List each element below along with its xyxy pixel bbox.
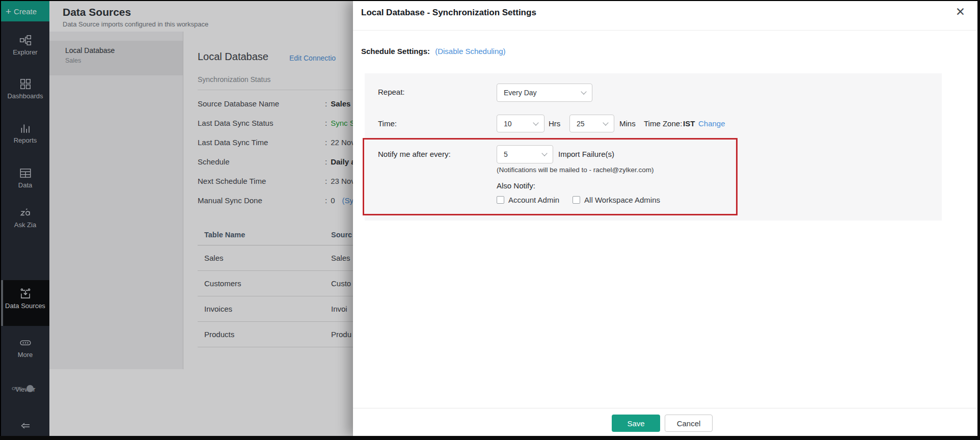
timezone-label: Time Zone: [644,115,682,132]
repeat-label: Repeat: [378,88,405,96]
time-label: Time: [378,119,397,128]
minutes-select[interactable]: 25 [569,115,614,132]
schedule-settings-label: Schedule Settings: [361,47,430,56]
failure-count-value: 5 [504,150,508,158]
disable-scheduling-link[interactable]: (Disable Scheduling) [435,47,505,56]
workspace-admins-checkbox[interactable] [573,196,580,204]
notification-note: (Notifications will be mailed to - rache… [497,166,654,174]
minutes-select-value: 25 [577,120,585,128]
close-icon[interactable]: ✕ [956,5,965,19]
timezone-value: IST [683,115,695,132]
app-window: + Create Explorer Dashboards [0,0,980,440]
save-button[interactable]: Save [612,415,660,432]
failure-count-select[interactable]: 5 [497,145,553,163]
workspace-admins-checkbox-group: All Workspace Admins [573,196,660,204]
repeat-select-value: Every Day [504,89,537,97]
minutes-unit-label: Mins [619,115,636,132]
account-admin-checkbox[interactable] [497,196,504,204]
schedule-settings-row: Schedule Settings: (Disable Scheduling) [361,47,506,56]
footer-divider [353,408,977,408]
notify-checkbox-row: Account Admin All Workspace Admins [497,196,660,204]
hours-unit-label: Hrs [549,115,560,132]
chevron-down-icon [533,120,538,125]
account-admin-checkbox-group: Account Admin [497,196,559,204]
chevron-down-icon [603,120,608,125]
import-failures-label: Import Failure(s) [558,149,614,159]
hours-select-value: 10 [504,120,512,128]
also-notify-label: Also Notify: [497,181,535,190]
checkbox-label: All Workspace Admins [584,196,660,204]
divider [353,30,977,31]
chevron-down-icon [581,89,586,94]
change-timezone-link[interactable]: Change [698,115,725,132]
cancel-button[interactable]: Cancel [665,415,713,432]
window-border [977,0,980,440]
checkbox-label: Account Admin [508,196,559,204]
chevron-down-icon [541,150,547,156]
app-content: + Create Explorer Dashboards [1,1,977,436]
notify-highlight-box: Notify me after every: 5 Import Failure(… [363,138,738,215]
repeat-select[interactable]: Every Day [497,84,592,102]
window-border [0,436,980,440]
hours-select[interactable]: 10 [497,115,545,132]
notify-label: Notify me after every: [378,149,451,159]
sync-settings-modal: Local Database - Synchronization Setting… [353,1,977,436]
modal-title: Local Database - Synchronization Setting… [361,8,536,18]
